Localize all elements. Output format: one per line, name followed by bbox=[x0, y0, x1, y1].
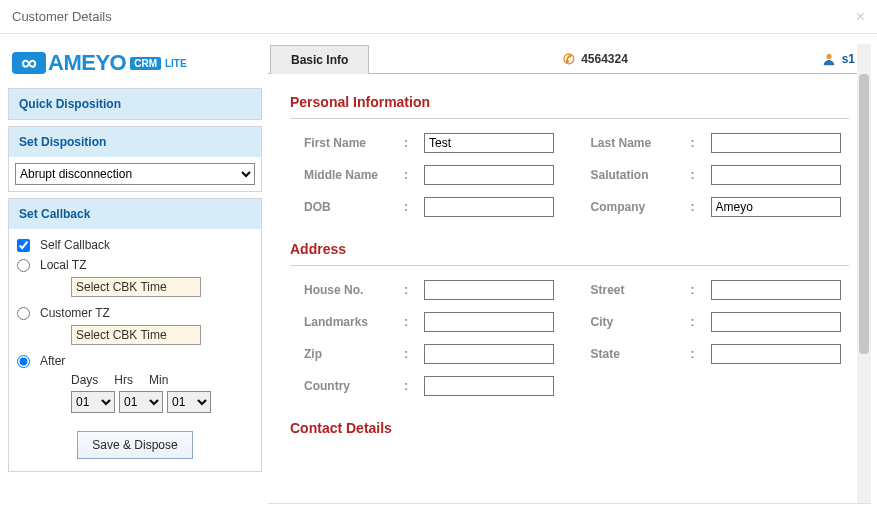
title-bar: Customer Details × bbox=[0, 0, 877, 34]
min-label: Min bbox=[149, 373, 168, 387]
company-input[interactable] bbox=[711, 197, 841, 217]
salutation-label: Salutation bbox=[591, 168, 691, 182]
local-tz-time-input[interactable]: Select CBK Time bbox=[71, 277, 201, 297]
customer-tz-label: Customer TZ bbox=[40, 306, 110, 320]
street-label: Street bbox=[591, 283, 691, 297]
phone-display: ✆ 4564324 bbox=[369, 51, 821, 67]
zip-label: Zip bbox=[304, 347, 404, 361]
country-label: Country bbox=[304, 379, 404, 393]
city-label: City bbox=[591, 315, 691, 329]
dob-label: DOB bbox=[304, 200, 404, 214]
after-label: After bbox=[40, 354, 65, 368]
hrs-select[interactable]: 01 bbox=[119, 391, 163, 413]
tab-bar: Basic Info ✆ 4564324 s1 bbox=[268, 44, 871, 74]
house-input[interactable] bbox=[424, 280, 554, 300]
days-label: Days bbox=[71, 373, 98, 387]
after-row: After bbox=[15, 351, 255, 371]
middle-name-label: Middle Name bbox=[304, 168, 404, 182]
quick-disposition-panel: Quick Disposition bbox=[8, 88, 262, 120]
local-tz-row: Local TZ bbox=[15, 255, 255, 275]
quick-disposition-header[interactable]: Quick Disposition bbox=[9, 89, 261, 119]
days-select[interactable]: 01 bbox=[71, 391, 115, 413]
middle-name-input[interactable] bbox=[424, 165, 554, 185]
first-name-input[interactable] bbox=[424, 133, 554, 153]
landmarks-label: Landmarks bbox=[304, 315, 404, 329]
self-callback-row: Self Callback bbox=[15, 235, 255, 255]
phone-icon: ✆ bbox=[563, 51, 575, 67]
self-callback-checkbox[interactable] bbox=[17, 239, 30, 252]
company-label: Company bbox=[591, 200, 691, 214]
divider bbox=[290, 265, 849, 266]
city-input[interactable] bbox=[711, 312, 841, 332]
window-title: Customer Details bbox=[12, 9, 112, 24]
customer-tz-time-input[interactable]: Select CBK Time bbox=[71, 325, 201, 345]
scrollbar[interactable] bbox=[857, 44, 871, 503]
svg-point-0 bbox=[826, 53, 831, 58]
disposition-select[interactable]: Abrupt disconnection bbox=[15, 163, 255, 185]
street-input[interactable] bbox=[711, 280, 841, 300]
scrollbar-thumb[interactable] bbox=[859, 74, 869, 354]
state-label: State bbox=[591, 347, 691, 361]
min-select[interactable]: 01 bbox=[167, 391, 211, 413]
house-label: House No. bbox=[304, 283, 404, 297]
after-radio[interactable] bbox=[17, 355, 30, 368]
set-disposition-panel: Set Disposition Abrupt disconnection bbox=[8, 126, 262, 192]
state-input[interactable] bbox=[711, 344, 841, 364]
customer-tz-row: Customer TZ bbox=[15, 303, 255, 323]
tab-basic-info[interactable]: Basic Info bbox=[270, 45, 369, 74]
logo-brand: AMEYO bbox=[48, 50, 126, 76]
set-callback-panel: Set Callback Self Callback Local TZ Sele… bbox=[8, 198, 262, 472]
salutation-input[interactable] bbox=[711, 165, 841, 185]
landmarks-input[interactable] bbox=[424, 312, 554, 332]
phone-number: 4564324 bbox=[581, 52, 628, 66]
hrs-label: Hrs bbox=[114, 373, 133, 387]
close-icon[interactable]: × bbox=[856, 8, 865, 26]
section-address-title: Address bbox=[290, 231, 849, 263]
customer-tz-radio[interactable] bbox=[17, 307, 30, 320]
user-icon bbox=[822, 52, 836, 66]
save-dispose-button[interactable]: Save & Dispose bbox=[77, 431, 192, 459]
section-contact-title: Contact Details bbox=[290, 410, 849, 442]
dob-input[interactable] bbox=[424, 197, 554, 217]
logo-crm: CRM bbox=[130, 57, 161, 70]
infinity-icon bbox=[12, 52, 46, 74]
last-name-label: Last Name bbox=[591, 136, 691, 150]
divider bbox=[290, 118, 849, 119]
logo-lite: LITE bbox=[165, 58, 187, 69]
self-callback-label: Self Callback bbox=[40, 238, 110, 252]
set-callback-header: Set Callback bbox=[9, 199, 261, 229]
zip-input[interactable] bbox=[424, 344, 554, 364]
section-personal-title: Personal Information bbox=[290, 84, 849, 116]
logo: AMEYO CRM LITE bbox=[8, 44, 262, 88]
user-name: s1 bbox=[842, 52, 855, 66]
local-tz-radio[interactable] bbox=[17, 259, 30, 272]
local-tz-label: Local TZ bbox=[40, 258, 86, 272]
last-name-input[interactable] bbox=[711, 133, 841, 153]
first-name-label: First Name bbox=[304, 136, 404, 150]
country-input[interactable] bbox=[424, 376, 554, 396]
set-disposition-header: Set Disposition bbox=[9, 127, 261, 157]
